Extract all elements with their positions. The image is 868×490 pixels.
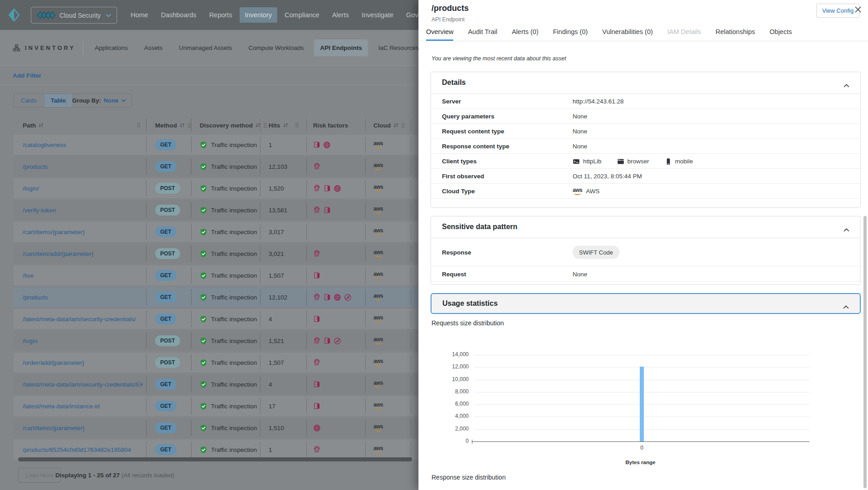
nav-item-home[interactable]: Home — [125, 7, 154, 23]
nav-item-dashboards[interactable]: Dashboards — [156, 7, 202, 23]
column-header-path[interactable]: Path — [23, 117, 44, 133]
table-row[interactable]: /productsGETTraffic inspection12,102aws — [14, 287, 418, 307]
sort-icon — [283, 122, 289, 128]
usage-statistics-header[interactable]: Usage statistics — [431, 293, 861, 314]
column-header-cloud[interactable]: Cloud — [373, 117, 405, 133]
group-by-dropdown[interactable]: Group By: None — [66, 93, 132, 108]
detail-value: None — [573, 139, 587, 154]
table-row[interactable]: /cart/item/add/{parameter}POSTTraffic in… — [14, 244, 418, 264]
open-door-icon — [313, 315, 320, 323]
path-link[interactable]: /login/ — [23, 178, 143, 198]
chevron-up-icon[interactable] — [843, 303, 849, 311]
table-row[interactable]: /latest/meta-data/iam/security-credentia… — [14, 309, 418, 329]
column-separator — [260, 202, 260, 218]
drawer-tab-overview[interactable]: Overview — [426, 25, 453, 41]
table-row[interactable]: /productsGETTraffic inspection12,103aws — [14, 157, 418, 176]
chevron-up-icon[interactable] — [843, 81, 849, 89]
load-more-button[interactable]: Load More — [18, 468, 61, 483]
path-link[interactable]: /latest/meta-data/iam/security-credentia… — [23, 309, 143, 329]
column-header-risk-factors[interactable]: Risk factors — [313, 117, 348, 133]
drawer-tab-findings-0-[interactable]: Findings (0) — [553, 25, 588, 41]
details-card-header[interactable]: Details — [431, 72, 860, 94]
path-link[interactable]: /cart/item/add/{parameter} — [23, 244, 143, 264]
path-link[interactable]: /cart/items/{parameter} — [23, 222, 143, 242]
fingerprint-icon — [313, 446, 321, 454]
mobile-icon — [665, 158, 672, 165]
discovery-method-value: Traffic inspection — [211, 316, 257, 323]
discovery-method-value: Traffic inspection — [211, 338, 257, 344]
y-axis-tick-label: 14,000 — [441, 351, 469, 358]
table-row[interactable]: /latest/meta-data/iam/security-credentia… — [14, 374, 418, 394]
hits-value: 1,521 — [269, 331, 284, 351]
column-separator — [191, 289, 191, 305]
view-toggle[interactable]: CardsTable — [14, 93, 73, 108]
path-link[interactable]: /products/65254c0d0d1763482e195804 — [23, 440, 143, 460]
column-separator — [411, 311, 411, 327]
drawer-tab-alerts-0-[interactable]: Alerts (0) — [512, 25, 539, 41]
table-row[interactable]: /loginPOSTTraffic inspection1,521aws — [14, 331, 418, 351]
table-row[interactable]: /order/add/{parameter}POSTTraffic inspec… — [14, 353, 418, 372]
path-link[interactable]: /products — [23, 157, 143, 176]
tab-iac-resources[interactable]: IaC Resources — [373, 39, 418, 56]
table-row[interactable]: /cataloglivenessGETTraffic inspection1aw… — [14, 135, 418, 155]
close-icon[interactable] — [854, 6, 863, 14]
drawer-tab-objects[interactable]: Objects — [770, 25, 792, 41]
nav-item-compliance[interactable]: Compliance — [279, 7, 325, 23]
drag-handle-icon[interactable] — [295, 122, 299, 128]
group-by-label: Group By: — [72, 97, 101, 104]
drawer-tab-audit-trail[interactable]: Audit Trail — [468, 25, 497, 41]
column-separator — [365, 245, 366, 262]
discovery-method-value: Traffic inspection — [211, 425, 257, 431]
drawer-tab-relationships[interactable]: Relationships — [716, 25, 755, 41]
nav-item-inventory[interactable]: Inventory — [240, 7, 278, 23]
path-link[interactable]: /verify-token — [23, 200, 143, 220]
tab-applications[interactable]: Applications — [89, 39, 134, 56]
tab-api-endpoints[interactable]: API Endpoints — [314, 39, 368, 56]
nav-item-governance[interactable]: Governance — [401, 7, 418, 23]
drag-handle-icon[interactable] — [137, 122, 141, 128]
requests-size-chart: 14,00012,00010,0008,0006,0004,0002,00000… — [419, 349, 868, 472]
nav-item-alerts[interactable]: Alerts — [327, 7, 354, 23]
vertical-scrollbar-thumb[interactable] — [863, 216, 867, 488]
table-row[interactable]: /verify-tokenPOSTTraffic inspection13,58… — [14, 200, 418, 220]
tab-assets[interactable]: Assets — [138, 39, 169, 56]
tab-compute-workloads[interactable]: Compute Workloads — [242, 39, 309, 56]
path-link[interactable]: /latest/meta-data/iam/security-credentia… — [23, 374, 143, 394]
table-row[interactable]: /products/65254c0d0d1763482e195804GETTra… — [14, 440, 418, 460]
nav-item-reports[interactable]: Reports — [204, 7, 238, 23]
drawer-tab-vulnerabilities-0-[interactable]: Vulnerabilities (0) — [602, 25, 652, 41]
view-config-button[interactable]: View Config — [816, 4, 859, 18]
view-option-cards[interactable]: Cards — [14, 94, 44, 107]
aws-cloud-icon: aws — [373, 337, 383, 344]
column-separator — [260, 180, 260, 196]
table-row[interactable]: /login/POSTTraffic inspection1,520aws — [14, 178, 418, 198]
risk-factors — [313, 135, 331, 155]
column-header-hits[interactable]: Hits — [269, 117, 289, 133]
sensitive-card-header[interactable]: Sensitive data pattern — [431, 216, 860, 238]
column-separator — [191, 267, 191, 284]
horizontal-scrollbar-thumb[interactable] — [18, 457, 412, 461]
path-link[interactable]: /order/add/{parameter} — [23, 353, 143, 372]
column-header-discovery-method[interactable]: Discovery method — [200, 117, 267, 133]
path-link[interactable]: /products — [23, 287, 143, 307]
table-row[interactable]: /liveGETTraffic inspection1,507aws — [14, 265, 418, 285]
detail-value: http://54.243.61.28 — [573, 94, 624, 109]
path-link[interactable]: /live — [23, 265, 143, 285]
table-row[interactable]: /cart/items/{parameter}GETTraffic inspec… — [14, 222, 418, 242]
histogram-bar[interactable] — [640, 367, 644, 441]
column-separator — [191, 441, 191, 458]
tab-unmanaged-assets[interactable]: Unmanaged Assets — [173, 39, 238, 56]
nav-item-investigate[interactable]: Investigate — [356, 7, 399, 23]
orca-logo-icon[interactable] — [8, 8, 20, 22]
add-filter-button[interactable]: Add Filter — [13, 66, 41, 85]
column-header-method[interactable]: Method — [155, 117, 191, 133]
drawer-subtitle: API Endpoint — [432, 16, 465, 23]
path-link[interactable]: /login — [23, 331, 143, 351]
path-link[interactable]: /latest/meta-data/instance-id — [23, 396, 143, 416]
path-link[interactable]: /cart/items/{parameter} — [23, 418, 143, 438]
product-switcher[interactable]: Cloud Security — [31, 7, 117, 24]
path-link[interactable]: /catalogliveness — [23, 135, 143, 155]
chevron-up-icon[interactable] — [843, 225, 849, 234]
table-row[interactable]: /cart/items/{parameter}GETTraffic inspec… — [14, 418, 418, 438]
table-row[interactable]: /latest/meta-data/instance-idGETTraffic … — [14, 396, 418, 416]
